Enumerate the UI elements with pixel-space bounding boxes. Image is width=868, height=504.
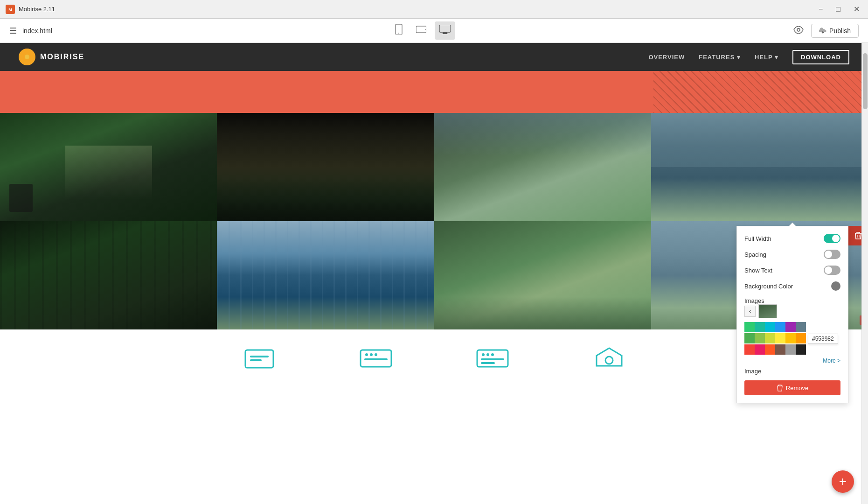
svg-point-11 <box>25 55 29 59</box>
settings-panel: Full Width Spacing Show Text <box>736 226 848 403</box>
color-red[interactable] <box>744 344 755 355</box>
svg-point-22 <box>482 353 485 356</box>
titlebar: M Mobirise 2.11 − □ ✕ <box>0 0 868 19</box>
svg-rect-14 <box>250 356 269 357</box>
bottom-icon-1 <box>243 346 276 374</box>
spacing-setting: Spacing <box>744 250 840 259</box>
hero-section <box>0 71 868 113</box>
images-prev-button[interactable]: ‹ <box>744 306 756 317</box>
images-section: Images ‹ <box>744 297 840 318</box>
preview-button[interactable] <box>793 25 804 36</box>
remove-button[interactable]: Remove <box>744 380 840 395</box>
svg-point-24 <box>491 353 494 356</box>
site-logo-text: MOBIRISE <box>40 53 84 61</box>
desktop-view-button[interactable] <box>435 21 455 40</box>
nav-features[interactable]: FEATURES ▾ <box>699 54 741 61</box>
show-text-label: Show Text <box>744 267 772 274</box>
add-section-button[interactable]: + <box>832 470 854 493</box>
scrollbar-thumb[interactable] <box>863 53 868 109</box>
gallery-section: Full Width Spacing Show Text <box>0 113 868 329</box>
svg-rect-7 <box>443 32 447 34</box>
hero-diagonal-pattern <box>653 71 868 113</box>
logo-icon <box>19 49 35 65</box>
cloud-icon <box>819 28 826 34</box>
color-lime-green[interactable] <box>755 333 765 343</box>
color-blue[interactable] <box>775 322 785 332</box>
toolbar-right: Publish <box>793 24 859 38</box>
color-palette: #553982 <box>744 322 840 356</box>
color-green[interactable] <box>744 322 755 332</box>
gallery-item-1 <box>0 113 217 221</box>
svg-point-17 <box>365 353 368 356</box>
image-label: Image <box>744 368 840 375</box>
minimize-button[interactable]: − <box>816 4 826 14</box>
spacing-toggle[interactable] <box>824 250 840 259</box>
gallery-item-6 <box>217 221 434 329</box>
gallery-item-7 <box>434 221 651 329</box>
device-selector <box>390 21 455 40</box>
color-deep-orange[interactable] <box>765 344 775 355</box>
toolbar-left: ☰ index.html <box>9 26 52 36</box>
file-name: index.html <box>22 27 52 35</box>
svg-text:M: M <box>8 7 12 12</box>
nav-overview[interactable]: OVERVIEW <box>648 54 685 61</box>
show-text-toggle[interactable] <box>824 266 840 275</box>
bottom-icon-3 <box>476 346 509 374</box>
images-label: Images <box>744 297 840 304</box>
site-navbar: MOBIRISE OVERVIEW FEATURES ▾ HELP ▾ DOWN… <box>0 43 868 71</box>
bottom-icon-2 <box>360 346 392 374</box>
bg-color-setting: Background Color <box>744 281 840 291</box>
main-toolbar: ☰ index.html Publish <box>0 19 868 43</box>
site-nav-links: OVERVIEW FEATURES ▾ HELP ▾ DOWNLOAD <box>648 50 849 64</box>
color-row-2 <box>744 333 806 343</box>
color-teal[interactable] <box>755 322 765 332</box>
window-controls: − □ ✕ <box>816 4 862 14</box>
svg-rect-4 <box>416 26 426 33</box>
svg-rect-13 <box>245 350 273 368</box>
color-amber[interactable] <box>785 333 796 343</box>
publish-button[interactable]: Publish <box>811 24 859 38</box>
svg-point-19 <box>375 353 377 356</box>
color-cyan[interactable] <box>765 322 775 332</box>
publish-label: Publish <box>829 27 851 35</box>
gallery-item-4 <box>651 113 868 221</box>
app-logo: M <box>6 5 15 14</box>
color-purple[interactable] <box>785 322 796 332</box>
color-hex-display: #553982 <box>808 334 838 344</box>
color-orange[interactable] <box>796 333 806 343</box>
nav-help[interactable]: HELP ▾ <box>755 54 778 61</box>
maximize-button[interactable]: □ <box>833 4 843 14</box>
color-black[interactable] <box>796 344 806 355</box>
remove-label: Remove <box>786 385 808 392</box>
hamburger-button[interactable]: ☰ <box>9 26 17 36</box>
color-yellow[interactable] <box>775 333 785 343</box>
titlebar-left: M Mobirise 2.11 <box>6 5 55 14</box>
color-pink[interactable] <box>755 344 765 355</box>
svg-rect-26 <box>481 362 495 364</box>
close-button[interactable]: ✕ <box>851 4 862 14</box>
tablet-view-button[interactable] <box>411 21 431 40</box>
more-colors-link[interactable]: More > <box>744 357 840 364</box>
color-lime[interactable] <box>765 333 775 343</box>
color-blue-grey[interactable] <box>796 322 806 332</box>
svg-point-27 <box>605 357 613 364</box>
svg-rect-20 <box>364 358 388 360</box>
color-light-green[interactable] <box>744 333 755 343</box>
svg-rect-15 <box>250 359 262 361</box>
color-grey[interactable] <box>785 344 796 355</box>
gallery-item-5 <box>0 221 217 329</box>
image-thumbnail <box>758 304 777 318</box>
svg-point-9 <box>797 28 800 31</box>
bottom-icon-4 <box>593 346 625 374</box>
bg-color-label: Background Color <box>744 283 793 290</box>
images-preview: ‹ <box>744 304 840 318</box>
mobile-view-button[interactable] <box>390 21 408 40</box>
bg-color-swatch[interactable] <box>831 281 840 291</box>
nav-download[interactable]: DOWNLOAD <box>792 50 849 64</box>
color-brown[interactable] <box>775 344 785 355</box>
spacing-label: Spacing <box>744 251 766 258</box>
full-width-label: Full Width <box>744 235 771 242</box>
full-width-toggle[interactable] <box>824 234 840 243</box>
app-title: Mobirise 2.11 <box>19 6 55 13</box>
gallery-item-3 <box>434 113 651 221</box>
